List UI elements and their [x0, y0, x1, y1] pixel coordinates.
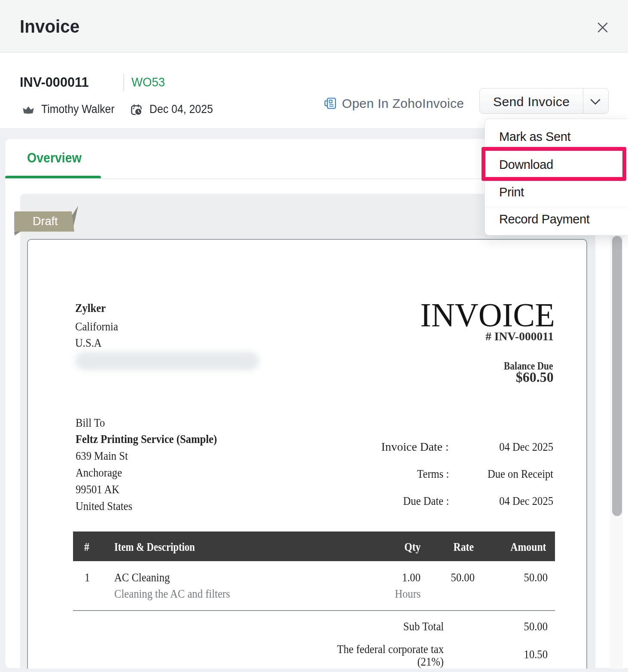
svg-text:Draft: Draft — [33, 215, 58, 228]
